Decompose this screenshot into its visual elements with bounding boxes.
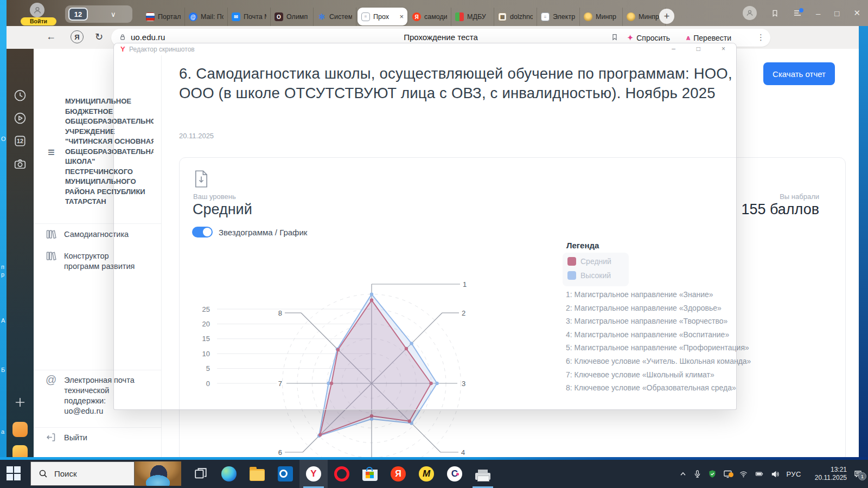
yandex-home-icon[interactable]: Я xyxy=(71,30,84,43)
battery-tray-icon[interactable] xyxy=(755,470,764,478)
browser-tab-Систем[interactable]: ✻Систем xyxy=(314,8,356,26)
browser-tab-Олимп[interactable]: ООлимп xyxy=(271,8,314,26)
taskbar-app-task-view[interactable] xyxy=(187,460,215,488)
axis-legend-item: 2: Магистральное направление «Здоровье» xyxy=(566,301,751,315)
bookmark-flag-icon[interactable] xyxy=(611,33,618,41)
food-app-icon[interactable] xyxy=(12,422,28,437)
desktop-icon-label-fragment: р xyxy=(1,271,4,278)
browser-profile-icon[interactable] xyxy=(743,6,757,20)
tab-label: Минпр xyxy=(639,13,661,21)
flag-icon xyxy=(146,12,155,21)
organization-name-line: ШКОЛА" xyxy=(65,157,154,167)
support-email-block[interactable]: @ Электронная почта технической поддержк… xyxy=(46,375,142,416)
taskbar-app-yandex[interactable]: Я xyxy=(384,460,412,488)
axis-legend-item: 7: Ключевое условие «Школьный климат» xyxy=(566,368,751,382)
taskbar-app-c-app[interactable]: C xyxy=(441,460,469,488)
clock[interactable]: 13:21 20.11.2025 xyxy=(808,466,847,482)
browser-tab-Портал[interactable]: Портал xyxy=(142,8,185,26)
tab-label: Прох xyxy=(373,13,396,21)
m-app-icon: M xyxy=(419,466,434,481)
yandex-browser-icon: Y xyxy=(306,466,321,481)
hamburger-menu-icon[interactable]: ≡ xyxy=(48,145,55,159)
desktop-icon-label-fragment: А xyxy=(1,317,5,324)
chevron-down-icon[interactable]: ∨ xyxy=(111,10,116,18)
tab-group-chip[interactable]: 12 ∨ xyxy=(65,5,132,23)
browser-tab-Mail: По[interactable]: @Mail: По xyxy=(185,8,228,26)
history-clock-icon[interactable] xyxy=(14,89,27,102)
address-bar[interactable]: uo.edu.ru Прохождение теста ✦ Спросить ѧ… xyxy=(111,29,770,47)
video-play-icon[interactable] xyxy=(14,112,27,125)
browser-tab-Электр[interactable]: ≡Электр xyxy=(537,8,580,26)
taskbar-search[interactable]: Поиск xyxy=(30,461,135,486)
sidebar-item-program-constructor[interactable]: Конструктор программ развития xyxy=(46,251,138,272)
taskbar-app-yandex-browser[interactable]: Y xyxy=(299,460,328,488)
legend-series-Высокий[interactable]: Высокий xyxy=(567,271,611,280)
speaker-icon[interactable] xyxy=(771,470,780,478)
browser-tab-самоди[interactable]: Ясамоди xyxy=(409,8,451,26)
ask-ai-button[interactable]: ✦ Спросить xyxy=(622,30,675,45)
legend-swatch xyxy=(567,271,576,280)
add-panel-icon[interactable] xyxy=(14,396,27,409)
svg-text:5: 5 xyxy=(206,364,210,373)
browser-tab-Прох[interactable]: ≡Прох× xyxy=(358,8,407,25)
browser-window: Войти 12 ∨ Портал@Mail: По✉Почта МООлимп… xyxy=(7,0,868,460)
radar-axis-label-8: 8 xyxy=(278,309,282,317)
search-highlight-thumbnail[interactable] xyxy=(135,461,181,486)
more-options-icon[interactable]: ⋮ xyxy=(757,33,765,42)
screenshot-camera-icon[interactable] xyxy=(14,157,27,170)
browser-tab-Минпр[interactable]: Минпр xyxy=(580,8,623,26)
login-button[interactable]: Войти xyxy=(21,17,56,25)
report-title: 6. Самодиагностика школы, осуществляющей… xyxy=(179,64,761,103)
radar-axis-label-2: 2 xyxy=(462,309,465,317)
browser-tab-Почта М[interactable]: ✉Почта М xyxy=(228,8,271,26)
action-center-icon[interactable]: 1 xyxy=(853,470,863,478)
sidebar-item-selfdiagnostics[interactable]: Самодиагностика xyxy=(46,229,129,240)
display-settings-icon[interactable] xyxy=(723,470,732,478)
organization-name-line: ОБЩЕОБРАЗОВАТЕЛЬНАЯ xyxy=(65,147,154,157)
browser-tab-dolzhno[interactable]: ▤dolzhno xyxy=(494,8,537,26)
taskbar-app-printer[interactable] xyxy=(469,460,497,488)
level-label: Ваш уровень xyxy=(193,192,236,201)
document-icon: ≡ xyxy=(361,12,370,21)
organization-name-line: ПЕСТРЕЧИНСКОГО xyxy=(65,167,154,177)
tray-chevron-up-icon[interactable] xyxy=(679,470,687,478)
organization-name-line: МУНИЦИПАЛЬНОГО xyxy=(65,177,154,187)
window-maximize-button[interactable]: □ xyxy=(834,9,839,18)
new-tab-button[interactable]: + xyxy=(659,9,674,24)
taskbar-app-edge[interactable] xyxy=(215,460,243,488)
wifi-icon[interactable] xyxy=(739,470,748,478)
opera-icon xyxy=(334,466,349,481)
svg-text:12: 12 xyxy=(17,138,23,144)
bookmarks-panel-icon[interactable] xyxy=(771,9,779,17)
tab-label: Mail: По xyxy=(201,13,224,21)
microphone-icon[interactable] xyxy=(693,470,701,478)
taskbar-app-outlook[interactable] xyxy=(271,460,299,488)
export-document-icon[interactable] xyxy=(194,170,209,188)
back-icon[interactable]: ← xyxy=(46,31,56,42)
antivirus-shield-icon[interactable] xyxy=(708,470,717,478)
radar-axis-label-7: 7 xyxy=(278,380,282,388)
browser-menu-icon[interactable] xyxy=(793,9,802,17)
axis-legend-item: 5: Магистральное направление «Профориент… xyxy=(566,341,751,355)
translate-button[interactable]: ѧ Перевести xyxy=(681,30,737,45)
tab-close-icon[interactable]: × xyxy=(399,12,404,21)
envelope-icon: ✉ xyxy=(232,12,240,21)
refresh-icon[interactable]: ↻ xyxy=(95,31,103,43)
start-button[interactable] xyxy=(7,466,22,481)
window-minimize-button[interactable]: – xyxy=(816,9,820,18)
download-report-button[interactable]: Скачать отчет xyxy=(763,62,835,85)
language-indicator[interactable]: РУС xyxy=(786,470,801,478)
taskbar-app-ms-store[interactable] xyxy=(356,460,384,488)
logout-button[interactable]: Выйти xyxy=(46,433,87,443)
tab-label: Почта М xyxy=(244,13,266,21)
window-close-button[interactable]: ✕ xyxy=(853,8,860,18)
browser-tab-МДБУ[interactable]: МДБУ xyxy=(451,8,494,26)
legend-series-Средний[interactable]: Средний xyxy=(567,257,611,266)
file-explorer-icon xyxy=(250,469,265,481)
taskbar-app-m-app[interactable]: M xyxy=(412,460,441,488)
tab-label: Портал xyxy=(158,13,181,21)
profile-avatar-icon[interactable] xyxy=(30,3,44,17)
calendar-icon[interactable]: 12 xyxy=(14,134,27,147)
taskbar-app-file-explorer[interactable] xyxy=(243,460,271,488)
taskbar-app-opera[interactable] xyxy=(328,460,356,488)
